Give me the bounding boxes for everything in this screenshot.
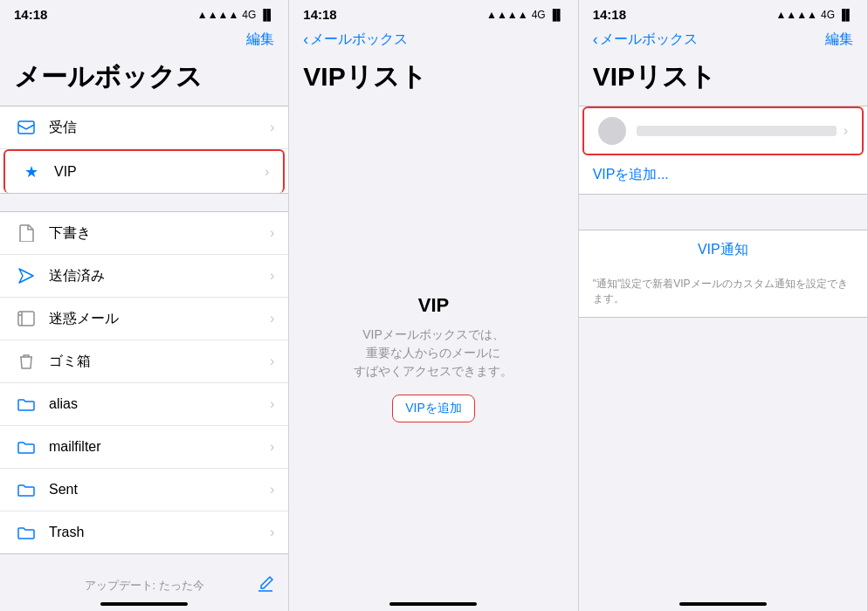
empty-title: VIP xyxy=(418,294,449,317)
empty-desc: VIPメールボックスでは、重要な人からのメールにすばやくアクセスできます。 xyxy=(354,326,513,381)
nav-bar-1: 編集 xyxy=(0,25,288,56)
folder-sent2-icon xyxy=(14,477,38,502)
section-main-1: 受信 › ★ VIP › xyxy=(0,106,288,194)
signal-icon-3: ▲▲▲▲ xyxy=(775,9,817,21)
folder-alias-icon xyxy=(14,392,38,416)
vip-label: VIP xyxy=(54,164,265,180)
home-indicator-3 xyxy=(679,602,767,606)
alias-chevron: › xyxy=(270,396,274,412)
inbox-chevron: › xyxy=(270,120,274,135)
sent-label: 送信済み xyxy=(49,267,270,285)
nav-edit-3[interactable]: 編集 xyxy=(825,31,853,49)
list-item-draft[interactable]: 下書き › xyxy=(0,212,288,255)
page-title-1: メールボックス xyxy=(0,56,288,106)
sent-chevron: › xyxy=(270,268,274,284)
status-bar-1: 14:18 ▲▲▲▲ 4G ▐▌ xyxy=(0,0,288,25)
vip-chevron: › xyxy=(265,164,269,180)
add-vip-row[interactable]: VIPを追加... xyxy=(579,155,867,194)
trash-chevron: › xyxy=(270,354,274,369)
battery-icon-1: ▐▌ xyxy=(259,9,274,21)
list-item-vip[interactable]: ★ VIP › xyxy=(3,149,285,193)
nav-edit-1[interactable]: 編集 xyxy=(246,31,274,49)
contact-avatar xyxy=(598,117,626,145)
vip-notification-link[interactable]: VIP通知 xyxy=(579,230,867,270)
add-vip-button-empty[interactable]: VIPを追加 xyxy=(392,395,475,422)
home-indicator-2 xyxy=(389,602,477,606)
junk-label: 迷惑メール xyxy=(49,310,270,328)
vip-contact-section: › VIPを追加... xyxy=(579,106,867,195)
status-icons-1: ▲▲▲▲ 4G ▐▌ xyxy=(197,9,275,21)
status-icons-2: ▲▲▲▲ 4G ▐▌ xyxy=(486,9,564,21)
list-item-sent2[interactable]: Sent › xyxy=(0,469,288,511)
contact-name-blurred xyxy=(637,126,837,136)
section-other-1: 下書き › 送信済み › 迷惑メール › xyxy=(0,211,288,554)
status-icons-3: ▲▲▲▲ 4G ▐▌ xyxy=(775,9,853,21)
list-item-inbox[interactable]: 受信 › xyxy=(0,106,288,149)
alias-label: alias xyxy=(49,396,270,412)
folder-trash2-icon xyxy=(14,520,38,545)
status-bar-3: 14:18 ▲▲▲▲ 4G ▐▌ xyxy=(579,0,867,25)
status-time-2: 14:18 xyxy=(303,7,336,22)
nav-bar-2: ‹ メールボックス xyxy=(289,25,577,56)
trash2-chevron: › xyxy=(270,525,274,540)
list-item-sent[interactable]: 送信済み › xyxy=(0,255,288,298)
battery-icon-2: ▐▌ xyxy=(549,9,564,21)
junk-chevron: › xyxy=(270,311,274,326)
list-item-mailfilter[interactable]: mailfilter › xyxy=(0,426,288,469)
draft-icon xyxy=(14,221,38,245)
panel-vip-empty: 14:18 ▲▲▲▲ 4G ▐▌ ‹ メールボックス VIPリスト VIP VI… xyxy=(289,0,578,611)
network-icon-2: 4G xyxy=(532,9,546,21)
vip-notification-desc: "通知"設定で新着VIPメールのカスタム通知を設定できます。 xyxy=(579,270,867,317)
signal-icon-2: ▲▲▲▲ xyxy=(486,9,528,21)
signal-icon-1: ▲▲▲▲ xyxy=(197,9,239,21)
back-arrow-icon-2: ‹ xyxy=(303,31,308,49)
add-vip-label: VIPを追加... xyxy=(593,166,669,184)
status-bar-2: 14:18 ▲▲▲▲ 4G ▐▌ xyxy=(289,0,577,25)
list-item-trash[interactable]: ゴミ箱 › xyxy=(0,340,288,383)
mailfilter-chevron: › xyxy=(270,439,274,455)
back-arrow-icon-3: ‹ xyxy=(593,31,598,49)
nav-back-2[interactable]: ‹ メールボックス xyxy=(303,31,408,49)
home-indicator-1 xyxy=(100,602,188,606)
compose-icon-1[interactable] xyxy=(257,575,274,597)
inbox-icon xyxy=(14,115,38,140)
list-item-alias[interactable]: alias › xyxy=(0,383,288,426)
folder-mailfilter-icon xyxy=(14,435,38,459)
trash2-label: Trash xyxy=(49,525,270,540)
draft-chevron: › xyxy=(270,225,274,241)
page-title-2: VIPリスト xyxy=(289,56,577,106)
panel-footer-1: アップデート: たった今 xyxy=(0,578,288,594)
vip-contact-row[interactable]: › xyxy=(582,106,864,155)
vip-empty-state: VIP VIPメールボックスでは、重要な人からのメールにすばやくアクセスできます… xyxy=(289,106,577,611)
nav-back-label-3: メールボックス xyxy=(600,31,698,49)
svg-rect-0 xyxy=(18,121,34,134)
sent-icon xyxy=(14,264,38,288)
draft-label: 下書き xyxy=(49,224,270,243)
nav-back-label-2: メールボックス xyxy=(310,31,408,49)
inbox-label: 受信 xyxy=(49,119,270,137)
sent2-label: Sent xyxy=(49,482,270,498)
sent2-chevron: › xyxy=(270,482,274,498)
page-title-3: VIPリスト xyxy=(579,56,867,106)
trash-label: ゴミ箱 xyxy=(49,353,270,371)
status-time-3: 14:18 xyxy=(593,7,626,22)
star-icon: ★ xyxy=(19,160,44,184)
panel-mailbox: 14:18 ▲▲▲▲ 4G ▐▌ 編集 メールボックス 受信 › xyxy=(0,0,289,611)
panel-vip-list: 14:18 ▲▲▲▲ 4G ▐▌ ‹ メールボックス 編集 VIPリスト › V… xyxy=(579,0,868,611)
status-time-1: 14:18 xyxy=(14,7,47,22)
vip-notification-section: VIP通知 "通知"設定で新着VIPメールのカスタム通知を設定できます。 xyxy=(579,230,867,318)
nav-back-3[interactable]: ‹ メールボックス xyxy=(593,31,698,49)
mailfilter-label: mailfilter xyxy=(49,439,270,455)
battery-icon-3: ▐▌ xyxy=(838,9,853,21)
network-icon-3: 4G xyxy=(821,9,835,21)
update-text-1: アップデート: たった今 xyxy=(85,578,204,594)
nav-bar-3: ‹ メールボックス 編集 xyxy=(579,25,867,56)
list-item-trash2[interactable]: Trash › xyxy=(0,511,288,553)
list-item-junk[interactable]: 迷惑メール › xyxy=(0,298,288,340)
svg-rect-1 xyxy=(18,312,34,326)
junk-icon xyxy=(14,306,38,331)
contact-chevron: › xyxy=(844,123,848,139)
network-icon-1: 4G xyxy=(242,9,256,21)
trash-icon xyxy=(14,349,38,374)
